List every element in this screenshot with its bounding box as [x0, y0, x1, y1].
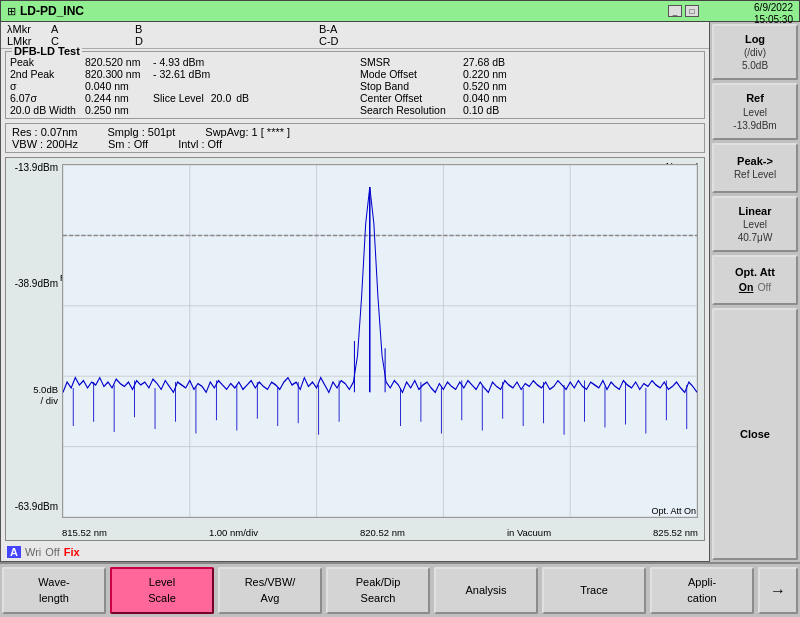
fix-label: Fix [64, 546, 80, 558]
trace-button[interactable]: Trace [542, 567, 646, 614]
db-width-label: 20.0 dB Width [10, 104, 82, 116]
x-label-right: 825.52 nm [653, 527, 698, 538]
opt-att-button[interactable]: Opt. Att On Off [712, 255, 798, 305]
close-button[interactable]: Close [712, 308, 798, 560]
y-label-bot: -63.9dBm [8, 501, 60, 512]
x-label-center: 820.52 nm [360, 527, 405, 538]
y-label-mid2: 5.0dB/ div [8, 384, 60, 406]
spectrum-chart [63, 165, 697, 517]
dfb-title: DFB-LD Test [14, 45, 80, 57]
log-button[interactable]: Log (/div) 5.0dB [712, 24, 798, 80]
peak-dbm: - 4.93 dBm [153, 56, 204, 68]
search-res-label: Search Resolution [360, 104, 460, 116]
peak-val: 820.520 nm [85, 56, 150, 68]
second-peak-label: 2nd Peak [10, 68, 82, 80]
lambda-mkr-a: A [51, 23, 131, 35]
db-width-val: 0.250 nm [85, 104, 129, 116]
a-marker: A [7, 546, 21, 558]
y-axis-labels: -13.9dBm -38.9dBm 5.0dB/ div -63.9dBm [8, 162, 60, 516]
analysis-button[interactable]: Analysis [434, 567, 538, 614]
search-res-val: 0.10 dB [463, 104, 499, 116]
lambda-mkr-b: B [135, 23, 315, 35]
datetime: 6/9/2022 15:05:30 [754, 1, 793, 26]
maximize-icon[interactable]: □ [685, 5, 699, 17]
swpavg-val: SwpAvg: 1 [ **** ] [205, 126, 290, 138]
vbw-val: VBW : 200Hz [12, 138, 78, 150]
six-sigma-label: 6.07σ [10, 92, 82, 104]
mode-offset-val: 0.220 nm [463, 68, 507, 80]
ref-level-button[interactable]: Ref Level -13.9dBm [712, 83, 798, 139]
slice-unit: dB [236, 92, 249, 104]
slice-val: 20.0 [211, 92, 231, 104]
sigma-val: 0.040 nm [85, 80, 129, 92]
intvl-val: Intvl : Off [178, 138, 222, 150]
off-label: Off [45, 546, 59, 558]
peak-dip-search-button[interactable]: Peak/Dip Search [326, 567, 430, 614]
x-label-vacuum: in Vacuum [507, 527, 551, 538]
status-bar: A Wri Off Fix [1, 543, 709, 561]
stop-band-label: Stop Band [360, 80, 460, 92]
application-button[interactable]: Appli- cation [650, 567, 754, 614]
arrow-button[interactable]: → [758, 567, 798, 614]
opt-att-off[interactable]: Off [757, 281, 771, 295]
x-label-div: 1.00 nm/div [209, 527, 258, 538]
six-sigma-val: 0.244 nm [85, 92, 150, 104]
x-axis-labels: 815.52 nm 1.00 nm/div 820.52 nm in Vacuu… [62, 527, 698, 538]
window-title-icon: ⊞ [7, 5, 16, 18]
l-mkr-d: D [135, 35, 315, 47]
center-offset-val: 0.040 nm [463, 92, 507, 104]
marker-section: λMkr A B B-A LMkr C D C-D [1, 22, 709, 49]
sm-val: Sm : Off [108, 138, 148, 150]
center-offset-label: Center Offset [360, 92, 460, 104]
wavelength-button[interactable]: Wave- length [2, 567, 106, 614]
slice-label: Slice Level [153, 92, 204, 104]
smsr-val: 27.68 dB [463, 56, 505, 68]
level-scale-button[interactable]: Level Scale [110, 567, 214, 614]
y-label-top: -13.9dBm [8, 162, 60, 173]
peak-ref-button[interactable]: Peak-> Ref Level [712, 143, 798, 193]
minimize-icon[interactable]: _ [668, 5, 682, 17]
window-title: LD-PD_INC [20, 4, 84, 18]
smsr-label: SMSR [360, 56, 460, 68]
x-label-left: 815.52 nm [62, 527, 107, 538]
chart-plot [62, 164, 698, 518]
mode-offset-label: Mode Offset [360, 68, 460, 80]
linear-level-button[interactable]: Linear Level 40.7μW [712, 196, 798, 252]
y-label-mid1: -38.9dBm [8, 278, 60, 289]
dfb-test-section: DFB-LD Test Peak 820.520 nm - 4.93 dBm 2… [5, 51, 705, 119]
res-vbw-avg-button[interactable]: Res/VBW/ Avg [218, 567, 322, 614]
peak-label: Peak [10, 56, 82, 68]
sigma-label: σ [10, 80, 82, 92]
second-peak-dbm: - 32.61 dBm [153, 68, 210, 80]
l-mkr-cd: C-D [319, 35, 339, 47]
lambda-mkr-label: λMkr [7, 23, 47, 35]
opt-att-on[interactable]: On [739, 281, 754, 295]
lambda-mkr-ba: B-A [319, 23, 337, 35]
res-vbw-row: Res : 0.07nm Smplg : 501pt SwpAvg: 1 [ *… [5, 123, 705, 153]
wri-label: Wri [25, 546, 41, 558]
res-val: Res : 0.07nm [12, 126, 77, 138]
second-peak-val: 820.300 nm [85, 68, 150, 80]
stop-band-val: 0.520 nm [463, 80, 507, 92]
opt-att-on-label: Opt. Att On [651, 506, 696, 516]
smplg-val: Smplg : 501pt [107, 126, 175, 138]
